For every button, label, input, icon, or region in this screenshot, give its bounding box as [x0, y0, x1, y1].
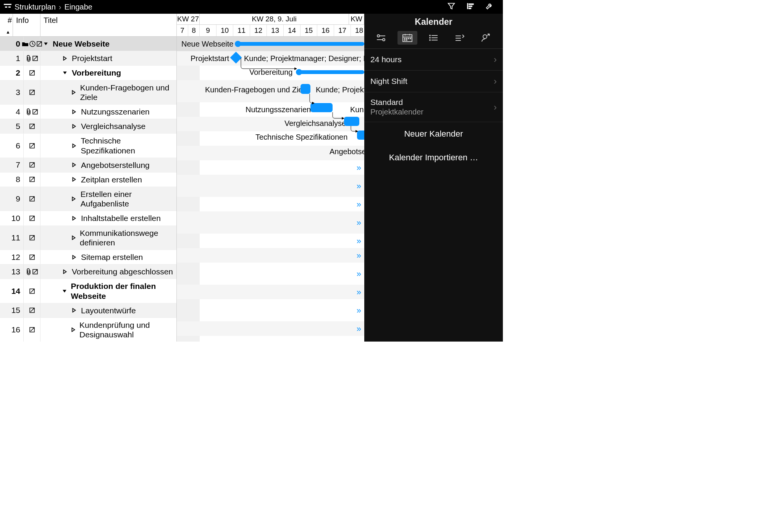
row-title-cell[interactable]: Erstellen einer Aufgabenliste [40, 187, 176, 211]
row-title-cell[interactable]: Vergleichsanalyse [40, 119, 176, 133]
align-icon[interactable] [466, 2, 475, 12]
table-row[interactable]: 8 Zeitplan erstellen [0, 172, 176, 187]
expand-icon[interactable] [71, 124, 77, 129]
table-row[interactable]: 3 Kunden-Fragebogen und Ziele [0, 81, 176, 105]
breadcrumb[interactable]: Strukturplan › Eingabe [4, 3, 92, 11]
scroll-right-icon[interactable]: » [357, 269, 360, 279]
table-row[interactable]: 6 Technische Spezifikationen [0, 134, 176, 158]
week-label[interactable]: KW 28, 9. Juli [200, 14, 349, 24]
expand-icon[interactable] [71, 327, 76, 332]
day-column[interactable]: 11 [233, 25, 250, 36]
table-row[interactable]: 12 Sitemap erstellen [0, 250, 176, 264]
expand-icon[interactable] [71, 177, 77, 182]
day-column[interactable]: 15 [301, 25, 317, 36]
table-row[interactable]: 1 Projektstart [0, 51, 176, 66]
task-bar[interactable] [301, 84, 310, 94]
import-calendar-button[interactable]: Kalender Importieren … [364, 146, 503, 169]
table-row[interactable]: 10 Inhaltstabelle erstellen [0, 211, 176, 226]
col-title[interactable]: Titel [40, 14, 176, 36]
scroll-right-icon[interactable]: » [357, 200, 360, 210]
row-title-cell[interactable]: Inhaltstabelle erstellen [40, 211, 176, 225]
week-label[interactable]: KW 27 [177, 14, 200, 24]
expand-icon[interactable] [71, 235, 76, 240]
day-column[interactable]: 13 [267, 25, 284, 36]
table-row[interactable]: 13 Vorbereitung abgeschlossen [0, 264, 176, 279]
calendar-item[interactable]: Night Shift › [364, 71, 503, 92]
expand-icon[interactable] [71, 143, 77, 148]
table-row[interactable]: 14 Produktion der finalen Webseite [0, 279, 176, 303]
collapse-icon[interactable] [62, 71, 68, 75]
day-column[interactable]: 12 [250, 25, 267, 36]
tab-calendar[interactable] [397, 31, 417, 45]
scroll-right-icon[interactable]: » [357, 218, 360, 228]
tab-share[interactable] [476, 31, 496, 45]
row-title-cell[interactable]: Angebotserstellung [40, 158, 176, 172]
collapse-icon[interactable] [62, 289, 67, 293]
table-row[interactable]: 7 Angebotserstellung [0, 158, 176, 172]
day-column[interactable]: 7 [177, 25, 188, 36]
collapse-icon[interactable] [43, 42, 49, 46]
expand-icon[interactable] [62, 269, 68, 274]
day-column[interactable]: 10 [217, 25, 233, 36]
scroll-right-icon[interactable]: » [357, 324, 360, 334]
tab-settings[interactable] [371, 31, 391, 45]
row-title-cell[interactable]: Kommunikationswege definieren [40, 226, 176, 250]
scroll-right-icon[interactable]: » [357, 236, 360, 246]
row-title-cell[interactable]: Layoutentwürfe [40, 303, 176, 318]
row-title-cell[interactable]: Vorbereitung [40, 66, 176, 80]
new-calendar-button[interactable]: Neuer Kalender [364, 122, 503, 146]
scroll-right-icon[interactable]: » [357, 306, 360, 316]
expand-icon[interactable] [71, 308, 77, 313]
gantt-chart[interactable]: KW 27 KW 28, 9. Juli KW 7891011121314151… [177, 14, 364, 342]
filter-icon[interactable] [447, 2, 456, 12]
day-column[interactable]: 17 [334, 25, 351, 36]
expand-icon[interactable] [71, 255, 77, 260]
row-title-cell[interactable]: Zeitplan erstellen [40, 172, 176, 187]
table-row[interactable]: 5 Vergleichsanalyse [0, 119, 176, 134]
scroll-right-icon[interactable]: » [357, 287, 360, 297]
calendar-item[interactable]: Standard Projektkalender › [364, 92, 503, 122]
expand-icon[interactable] [62, 56, 68, 61]
row-title-cell[interactable]: Vorbereitung abgeschlossen [40, 264, 176, 279]
table-row[interactable]: 0 Neue Webseite [0, 37, 176, 51]
row-title-cell[interactable]: Sitemap erstellen [40, 250, 176, 264]
day-column[interactable]: 16 [317, 25, 334, 36]
tab-list[interactable] [423, 31, 443, 45]
expand-icon[interactable] [71, 163, 77, 167]
calendar-item[interactable]: 24 hours › [364, 49, 503, 71]
table-row[interactable]: 15 Layoutentwürfe [0, 303, 176, 318]
day-column[interactable]: 18 [351, 25, 364, 36]
expand-icon[interactable] [71, 110, 77, 114]
expand-icon[interactable] [71, 216, 77, 221]
breadcrumb-leaf[interactable]: Eingabe [65, 3, 92, 11]
row-title-cell[interactable]: Technische Spezifikationen [40, 134, 176, 157]
table-row[interactable]: 4 Nutzungsszenarien [0, 105, 176, 119]
tab-edit-list[interactable] [450, 31, 470, 45]
row-title-cell[interactable]: Kunden-Fragebogen und Ziele [40, 81, 176, 104]
row-title-cell[interactable]: Projektstart [40, 51, 176, 65]
day-column[interactable]: 8 [188, 25, 200, 36]
col-number[interactable]: # ▲ [0, 14, 13, 36]
table-row[interactable]: 2 Vorbereitung [0, 66, 176, 80]
row-title-cell[interactable]: Nutzungsszenarien [40, 105, 176, 119]
scroll-right-icon[interactable]: » [357, 181, 360, 191]
table-row[interactable]: 11 Kommunikationswege definieren [0, 226, 176, 250]
expand-icon[interactable] [71, 90, 76, 95]
row-title-cell[interactable]: Kundenprüfung und Designauswahl [40, 318, 176, 342]
summary-bar[interactable] [237, 42, 364, 46]
row-title-cell[interactable]: Produktion der finalen Webseite [40, 279, 176, 303]
summary-bar[interactable] [298, 70, 364, 74]
scroll-right-icon[interactable]: » [357, 339, 360, 342]
breadcrumb-root[interactable]: Strukturplan [15, 3, 56, 11]
col-info[interactable]: Info [13, 14, 40, 36]
week-label[interactable]: KW [349, 14, 364, 24]
wrench-icon[interactable] [485, 2, 494, 12]
expand-icon[interactable] [71, 197, 77, 201]
scroll-right-icon[interactable]: » [357, 163, 360, 173]
table-row[interactable]: 9 Erstellen einer Aufgabenliste [0, 187, 176, 211]
table-row[interactable]: 16 Kundenprüfung und Designauswahl [0, 318, 176, 342]
scroll-right-icon[interactable]: » [357, 251, 360, 261]
day-column[interactable]: 9 [200, 25, 217, 36]
day-column[interactable]: 14 [284, 25, 301, 36]
row-title-cell[interactable]: Neue Webseite [40, 37, 176, 51]
